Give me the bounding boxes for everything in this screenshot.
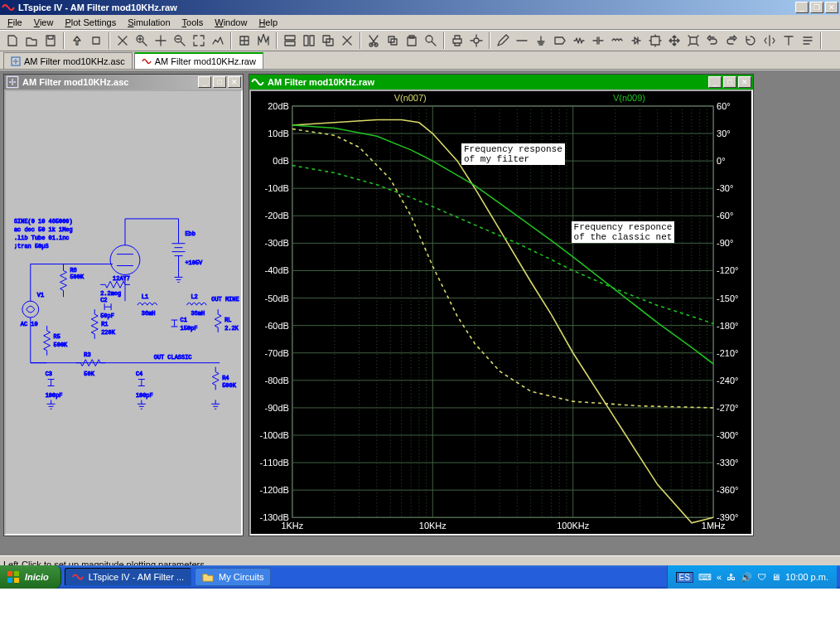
svg-text:500K: 500K xyxy=(70,274,84,280)
svg-text:-100dB: -100dB xyxy=(260,430,289,440)
setup-button[interactable] xyxy=(467,32,485,50)
cut-wire-button[interactable] xyxy=(113,32,132,50)
text-button[interactable] xyxy=(780,32,798,50)
spice-dir-button[interactable] xyxy=(799,32,817,50)
pan-button[interactable] xyxy=(152,32,170,50)
autorange-button[interactable] xyxy=(209,32,227,50)
zoom-out-icon xyxy=(173,34,186,47)
svg-text:R5: R5 xyxy=(54,333,60,340)
schematic-drawing: SINE(0 10 465000) ac dec 50 1k 1Meg .lib… xyxy=(6,91,241,532)
setup-icon xyxy=(470,34,483,47)
resistor-icon xyxy=(572,34,586,47)
tab-waveform[interactable]: AM Filter mod10KHz.raw xyxy=(134,52,263,69)
halt-sim-button[interactable] xyxy=(87,32,105,50)
plot-titlebar[interactable]: AM Filter mod10KHz.raw _ □ ✕ xyxy=(249,75,753,90)
menu-simulation[interactable]: Simulation xyxy=(122,16,176,29)
svg-text:1KHz: 1KHz xyxy=(281,521,303,531)
svg-text:-10dB: -10dB xyxy=(265,183,289,193)
tray-display-icon[interactable]: 🖥 xyxy=(771,572,780,582)
svg-text:-80dB: -80dB xyxy=(265,376,289,385)
find-button[interactable] xyxy=(422,32,440,50)
tab-schematic[interactable]: AM Filter mod10KHz.asc xyxy=(3,52,133,69)
open-file-button[interactable] xyxy=(22,32,41,50)
tile-v-button[interactable] xyxy=(300,32,318,50)
child-close-button[interactable]: ✕ xyxy=(228,76,241,88)
svg-text:1MHz: 1MHz xyxy=(702,521,726,531)
zoom-fit-button[interactable] xyxy=(190,32,208,50)
wire-button[interactable] xyxy=(513,32,531,50)
print-button[interactable] xyxy=(448,32,466,50)
system-tray[interactable]: ES ⌨ « 🖧 🔊 🛡 🖥 10:00 p.m. xyxy=(667,565,837,589)
pencil-button[interactable] xyxy=(494,32,512,50)
plot-canvas[interactable]: -130dB-120dB-110dB-100dB-90dB-80dB-70dB-… xyxy=(249,90,753,536)
mirror-button[interactable] xyxy=(760,32,779,50)
zoom-out-button[interactable] xyxy=(171,32,189,50)
close-button[interactable]: ✕ xyxy=(825,2,838,13)
run-sim-icon xyxy=(70,34,84,47)
menu-file[interactable]: File xyxy=(2,16,28,29)
svg-text:-20dB: -20dB xyxy=(265,211,289,220)
restore-button[interactable]: ❐ xyxy=(810,2,823,13)
tray-volume-icon[interactable]: 🔊 xyxy=(741,572,752,583)
menu-help[interactable]: Help xyxy=(253,16,283,29)
child-minimize-button[interactable]: _ xyxy=(708,76,722,88)
tray-shield-icon[interactable]: 🛡 xyxy=(757,572,766,582)
tray-expand-icon[interactable]: « xyxy=(717,572,722,582)
blank-area xyxy=(0,589,840,630)
schematic-icon xyxy=(11,56,21,66)
label-button[interactable] xyxy=(551,32,569,50)
component-button[interactable] xyxy=(646,32,664,50)
save-file-button[interactable] xyxy=(41,32,60,50)
redo-button[interactable] xyxy=(722,32,741,50)
menu-plot-settings[interactable]: Plot Settings xyxy=(59,16,122,29)
taskbar-item-folder[interactable]: My Circuits xyxy=(195,568,271,586)
diode-button[interactable] xyxy=(627,32,645,50)
language-indicator[interactable]: ES xyxy=(676,572,693,583)
close-win-button[interactable] xyxy=(338,32,356,50)
schematic-canvas[interactable]: SINE(0 10 465000) ac dec 50 1k 1Meg .lib… xyxy=(4,90,243,536)
tray-clock[interactable]: 10:00 p.m. xyxy=(785,572,828,582)
inductor-button[interactable] xyxy=(608,32,626,50)
svg-text:100KHz: 100KHz xyxy=(557,521,589,531)
paste-button[interactable] xyxy=(403,32,421,50)
ltspice-icon xyxy=(72,571,84,583)
inductor-icon xyxy=(611,34,624,47)
move-button[interactable] xyxy=(665,32,683,50)
fft-button[interactable] xyxy=(254,32,273,50)
cascade-button[interactable] xyxy=(319,32,337,50)
cut-button[interactable] xyxy=(364,32,383,50)
child-close-button[interactable]: ✕ xyxy=(738,76,751,88)
taskbar-item-ltspice[interactable]: LTspice IV - AM Filter ... xyxy=(65,568,191,586)
minimize-button[interactable]: _ xyxy=(795,2,809,13)
grid-dots-button[interactable] xyxy=(235,32,253,50)
tray-keyboard-icon[interactable]: ⌨ xyxy=(698,572,712,583)
ground-button[interactable] xyxy=(532,32,550,50)
rotate-button[interactable] xyxy=(741,32,760,50)
zoom-in-button[interactable] xyxy=(133,32,151,50)
tray-network-icon[interactable]: 🖧 xyxy=(727,572,736,582)
copy-button[interactable] xyxy=(384,32,402,50)
menu-tools[interactable]: Tools xyxy=(176,16,210,29)
ltspice-icon xyxy=(2,2,15,13)
child-minimize-button[interactable]: _ xyxy=(198,76,211,88)
menu-view[interactable]: View xyxy=(28,16,60,29)
svg-text:-90dB: -90dB xyxy=(265,403,289,413)
svg-text:OUT MINE: OUT MINE xyxy=(211,296,239,303)
capacitor-button[interactable] xyxy=(589,32,607,50)
svg-text:V1: V1 xyxy=(37,292,44,298)
schematic-titlebar[interactable]: AM Filter mod10KHz.asc _ □ ✕ xyxy=(4,75,243,90)
svg-text:50K: 50K xyxy=(84,371,94,377)
svg-text:.lib Tube 01.inc: .lib Tube 01.inc xyxy=(14,235,70,241)
run-sim-button[interactable] xyxy=(68,32,86,50)
child-maximize-button[interactable]: □ xyxy=(723,76,736,88)
resistor-button[interactable] xyxy=(570,32,588,50)
menu-window[interactable]: Window xyxy=(209,16,253,29)
svg-text:L1: L1 xyxy=(142,293,148,300)
drag-button[interactable] xyxy=(684,32,702,50)
child-maximize-button[interactable]: □ xyxy=(213,76,226,88)
start-button[interactable]: Inicio xyxy=(0,565,61,589)
tile-h-button[interactable] xyxy=(281,32,299,50)
svg-text:-90°: -90° xyxy=(717,238,733,248)
new-file-button[interactable] xyxy=(3,32,22,50)
undo-button[interactable] xyxy=(703,32,722,50)
